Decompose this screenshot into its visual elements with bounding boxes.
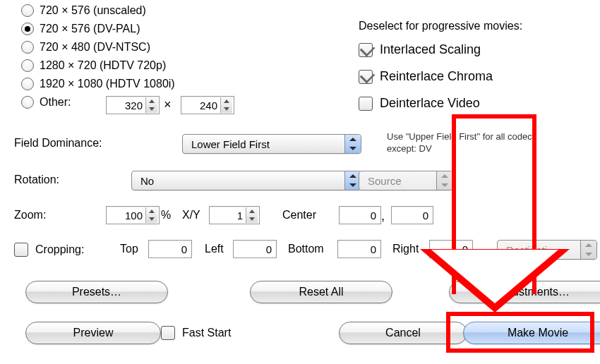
deinterlace-video-label: Deinterlace Video: [380, 96, 480, 111]
radio-720x480-dvntsc[interactable]: [21, 41, 34, 54]
center-x-value: 0: [341, 210, 379, 222]
radio-label-other: Other:: [40, 96, 71, 109]
progressive-heading: Deselect for progressive movies:: [359, 20, 522, 32]
stepper-icon[interactable]: [246, 207, 258, 223]
chevron-updown-icon: [580, 241, 596, 259]
zoom-xy-input[interactable]: 1: [209, 206, 260, 224]
chevron-updown-icon: [436, 171, 452, 190]
annotation-arrow-head-inner: [431, 250, 558, 303]
radio-label: 720 × 480 (DV-NTSC): [40, 41, 150, 54]
crop-left-value: 0: [235, 243, 275, 255]
field-dominance-label: Field Dominance:: [14, 137, 102, 150]
crop-bottom-value: 0: [340, 243, 379, 255]
preview-label: Preview: [73, 327, 114, 339]
annotation-highlight-box: [446, 312, 594, 353]
fast-start-label: Fast Start: [182, 327, 231, 339]
cancel-label: Cancel: [385, 327, 421, 339]
reinterlace-chroma-label: Reinterlace Chroma: [380, 69, 493, 84]
times-symbol: ×: [164, 97, 172, 112]
bottom-label: Bottom: [288, 243, 324, 255]
field-dominance-dropdown[interactable]: Lower Field First: [182, 134, 361, 154]
top-label: Top: [120, 243, 138, 255]
stepper-icon[interactable]: [220, 97, 232, 113]
crop-left-input[interactable]: 0: [233, 240, 277, 258]
radio-label: 720 × 576 (unscaled): [40, 4, 146, 17]
right-label: Right: [392, 243, 419, 255]
radio-label: 720 × 576 (DV-PAL): [40, 23, 140, 35]
radio-1280x720-hdtv720p[interactable]: [21, 59, 34, 72]
cropping-label: Cropping:: [35, 243, 84, 256]
stepper-icon[interactable]: [145, 207, 157, 223]
fast-start-checkbox[interactable]: [161, 326, 175, 340]
radio-1920x1080-hdtv1080i[interactable]: [21, 78, 34, 90]
crop-top-value: 0: [150, 243, 190, 255]
crop-bottom-input[interactable]: 0: [337, 240, 381, 258]
rotation-source-value: Source: [368, 175, 436, 187]
radio-720x576-dvpal[interactable]: [21, 23, 34, 35]
crop-top-input[interactable]: 0: [148, 240, 192, 258]
zoom-value: 100: [108, 210, 145, 222]
reset-all-label: Reset All: [299, 286, 343, 298]
rotation-label: Rotation:: [14, 174, 59, 186]
cropping-checkbox[interactable]: [14, 243, 28, 257]
deinterlace-video-checkbox[interactable]: [359, 97, 373, 111]
rotation-value: No: [140, 175, 344, 187]
other-width-value: 320: [108, 99, 145, 111]
zoom-value-input[interactable]: 100: [106, 206, 160, 224]
interlaced-scaling-checkbox[interactable]: [359, 43, 373, 57]
percent-label: %: [161, 209, 171, 222]
reset-all-button[interactable]: Reset All: [250, 281, 392, 303]
zoom-xy-value: 1: [211, 210, 246, 222]
interlaced-scaling-label: Interlaced Scaling: [380, 42, 481, 57]
stepper-icon[interactable]: [145, 97, 157, 113]
xy-label: X/Y: [182, 209, 200, 222]
center-y-input[interactable]: 0: [391, 206, 433, 224]
radio-label: 1920 × 1080 (HDTV 1080i): [40, 78, 175, 90]
center-label: Center: [282, 209, 316, 222]
other-width-input[interactable]: 320: [106, 96, 160, 114]
left-label: Left: [205, 243, 224, 255]
center-x-input[interactable]: 0: [339, 206, 381, 224]
zoom-label: Zoom:: [14, 209, 46, 222]
preview-button[interactable]: Preview: [25, 322, 161, 344]
comma: ,: [381, 209, 385, 224]
other-height-input[interactable]: 240: [181, 96, 234, 114]
rotation-source-dropdown[interactable]: Source: [359, 171, 453, 190]
presets-label: Presets…: [72, 286, 121, 298]
field-dominance-value: Lower Field First: [191, 138, 344, 150]
rotation-dropdown[interactable]: No: [131, 171, 361, 190]
radio-other[interactable]: [21, 96, 34, 109]
reinterlace-chroma-checkbox[interactable]: [359, 70, 373, 84]
center-y-value: 0: [393, 210, 431, 222]
radio-720x576-unscaled[interactable]: [21, 4, 34, 17]
presets-button[interactable]: Presets…: [25, 281, 168, 303]
radio-label: 1280 × 720 (HDTV 720p): [40, 59, 166, 72]
other-height-value: 240: [183, 99, 220, 111]
chevron-updown-icon: [344, 135, 361, 153]
